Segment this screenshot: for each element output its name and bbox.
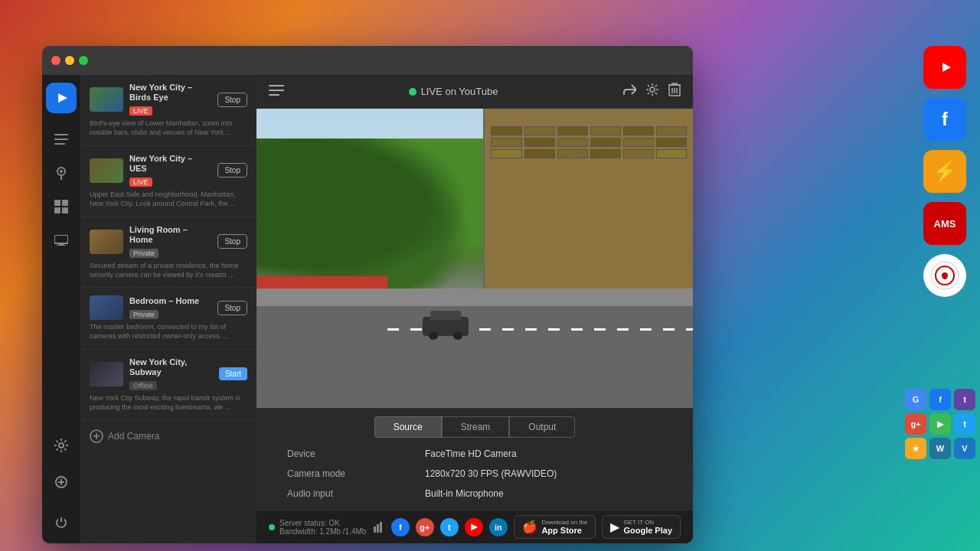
camera-thumb [90,295,123,320]
sidewalk [256,289,693,306]
add-camera-button[interactable]: Add Camera [80,420,256,452]
camera-item-nyc-birds-eye[interactable]: New York City – Birds Eye LIVE Stop Bird… [80,75,256,146]
play-icon-small[interactable]: ▶ [929,413,951,435]
google-icon[interactable]: G [905,389,926,410]
vimeo-icon[interactable]: V [954,438,975,459]
desktop-s5-icon[interactable]: 5 [923,254,966,297]
social-twitter[interactable]: t [440,518,459,536]
device-value: FaceTime HD Camera [425,448,662,459]
sidebar-item-map[interactable] [47,159,75,187]
audio-input-value: Built-in Microphone [425,488,662,499]
sidebar-item-library[interactable] [47,126,75,153]
sidebar-item-channels[interactable] [47,193,75,220]
svg-point-12 [60,170,63,173]
svg-rect-13 [54,200,60,206]
car [423,317,469,336]
camera-item-bedroom[interactable]: Bedroom – Home Private Stop The master b… [80,288,256,349]
svg-rect-14 [62,200,68,206]
titlebar [42,46,693,75]
camera-thumb [90,362,123,386]
live-indicator [409,88,416,96]
road [256,294,693,408]
desktop-flash-icon[interactable]: ⚡ [923,150,966,193]
wordpress-icon[interactable]: W [929,438,951,459]
camera-item-subway[interactable]: New York City, Subway Offline Start New … [80,350,256,421]
footer-stores: 🍎 Download on the App Store ▶ GET IT ON … [514,515,681,539]
add-camera-label: Add Camera [108,431,159,442]
tab-stream[interactable]: Stream [442,416,510,438]
delete-icon[interactable] [668,83,681,100]
app-body: New York City – Birds Eye LIVE Stop Bird… [42,75,693,543]
stop-button-nyc-ues[interactable]: Stop [217,163,247,178]
stop-button-nyc-birds-eye[interactable]: Stop [217,93,247,107]
google-play-badge[interactable]: ▶ GET IT ON Google Play [602,515,681,539]
tab-output[interactable]: Output [509,416,575,438]
camera-thumb [90,158,123,183]
start-button-subway[interactable]: Start [219,367,247,380]
sidebar-item-add[interactable] [47,468,75,496]
svg-rect-27 [269,85,284,86]
app-store-sub: Download on the [541,519,587,526]
close-button[interactable] [51,56,60,65]
camera-thumb [90,230,123,254]
tumblr-icon[interactable]: t [954,389,975,410]
social-youtube[interactable]: ▶ [465,518,483,536]
bandwidth-icon [374,522,384,533]
server-status: Server status: OK Bandwidth: 1.2Mb /1.4M… [269,519,384,536]
svg-rect-16 [62,207,68,214]
desktop-icons: f ⚡ AMS 5 [923,46,966,297]
svg-rect-28 [269,90,284,91]
menu-icon[interactable] [269,83,284,99]
tab-source[interactable]: Source [374,416,442,438]
tabs-row: Source Stream Output [256,409,693,438]
camera-name: Bedroom – Home [129,296,211,306]
svg-point-20 [59,443,64,448]
sidebar-item-settings[interactable] [47,432,75,459]
desktop-ams-icon[interactable]: AMS [923,202,966,245]
live-status: LIVE on YouTube [293,86,613,97]
social-facebook[interactable]: f [391,518,410,536]
awning [256,276,387,289]
facebook-small-icon[interactable]: f [929,389,951,410]
maximize-button[interactable] [79,56,88,65]
svg-rect-10 [54,143,65,145]
desktop-facebook-icon[interactable]: f [923,98,966,141]
svg-rect-37 [377,524,379,533]
camera-list: New York City – Birds Eye LIVE Stop Bird… [80,75,256,543]
gplus-icon[interactable]: g+ [905,413,926,435]
desktop-youtube-icon[interactable] [923,46,966,89]
sidebar-item-power[interactable] [47,508,75,536]
camera-item-living-room[interactable]: Living Room – Home Private Stop Secured … [80,217,256,289]
svg-rect-15 [54,207,60,214]
app-store-badge[interactable]: 🍎 Download on the App Store [514,515,596,539]
svg-point-30 [650,87,655,92]
social-google[interactable]: g+ [416,518,434,536]
minimize-button[interactable] [65,56,74,65]
camera-status-offline: Offline [129,381,157,390]
main-content: LIVE on YouTube [256,75,693,543]
source-info: Device FaceTime HD Camera Camera mode 12… [256,438,693,510]
camera-item-nyc-ues[interactable]: New York City – UES LIVE Stop Upper East… [80,146,256,217]
svg-rect-38 [380,522,382,533]
camera-desc: The master bedroom, connected to my list… [90,323,247,341]
server-status-indicator [269,524,275,530]
footer-socials: f g+ t ▶ in [391,518,508,536]
svg-text:5: 5 [942,272,947,281]
camera-status-private: Private [129,249,158,258]
sidebar-item-broadcast[interactable] [47,227,75,254]
share-icon[interactable] [622,83,636,100]
camera-name: New York City – Birds Eye [129,83,211,103]
google-play-sub: GET IT ON [623,519,672,526]
app-logo[interactable] [46,83,77,113]
camera-desc: New York City Subway, the rapid transit … [90,394,247,412]
social-linkedin[interactable]: in [489,518,508,536]
sidebar [42,75,80,543]
titlebar-dots [51,56,88,65]
settings-icon[interactable] [645,83,659,100]
bookmark-icon[interactable]: ★ [905,438,926,459]
camera-status-live: LIVE [129,178,152,187]
twitter-icon[interactable]: t [954,413,975,435]
device-label: Device [287,448,410,459]
stop-button-living[interactable]: Stop [217,234,247,249]
stop-button-bedroom[interactable]: Stop [217,301,247,315]
